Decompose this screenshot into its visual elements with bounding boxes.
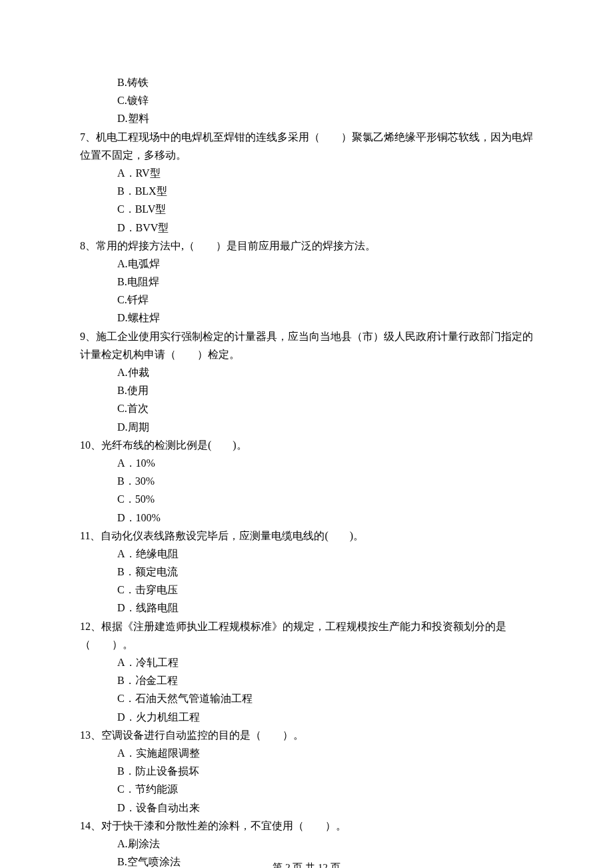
question-8-option-a: A.电弧焊 — [80, 255, 533, 273]
question-10-option-d: D．100% — [80, 509, 533, 527]
question-12-option-d: D．火力机组工程 — [80, 708, 533, 726]
question-12-option-b: B．冶金工程 — [80, 671, 533, 689]
question-8-option-b: B.电阻焊 — [80, 273, 533, 291]
question-10-option-c: C．50% — [80, 490, 533, 508]
question-11-option-c: C．击穿电压 — [80, 581, 533, 599]
question-7-option-b: B．BLX型 — [80, 182, 533, 200]
prev-option-b: B.铸铁 — [80, 73, 533, 91]
question-12-option-a: A．冷轧工程 — [80, 653, 533, 671]
question-9-option-a: A.仲裁 — [80, 363, 533, 381]
prev-option-c: C.镀锌 — [80, 91, 533, 109]
question-12-option-c: C．石油天然气管道输油工程 — [80, 689, 533, 707]
question-11-option-a: A．绝缘电阻 — [80, 545, 533, 563]
question-9-stem: 9、施工企业使用实行强制检定的计量器具，应当向当地县（市）级人民政府计量行政部门… — [80, 327, 533, 363]
question-11-option-b: B．额定电流 — [80, 563, 533, 581]
question-13-stem: 13、空调设备进行自动监控的目的是（ ）。 — [80, 726, 533, 744]
question-10-option-a: A．10% — [80, 454, 533, 472]
prev-option-d: D.塑料 — [80, 109, 533, 127]
question-8-option-d: D.螺柱焊 — [80, 309, 533, 327]
question-8-stem: 8、常用的焊接方法中,（ ）是目前应用最广泛的焊接方法。 — [80, 237, 533, 255]
question-13-option-c: C．节约能源 — [80, 780, 533, 798]
question-13-option-b: B．防止设备损坏 — [80, 762, 533, 780]
page-footer: 第 2 页 共 12 页 — [0, 859, 613, 868]
question-7-stem: 7、机电工程现场中的电焊机至焊钳的连线多采用（ ）聚氯乙烯绝缘平形铜芯软线，因为… — [80, 128, 533, 164]
question-7-option-c: C．BLV型 — [80, 200, 533, 218]
question-11-stem: 11、自动化仪表线路敷设完毕后，应测量电缆电线的( )。 — [80, 527, 533, 545]
question-13-option-d: D．设备自动出来 — [80, 799, 533, 817]
question-10-stem: 10、光纤布线的检测比例是( )。 — [80, 436, 533, 454]
question-13-option-a: A．实施超限调整 — [80, 744, 533, 762]
document-page: B.铸铁 C.镀锌 D.塑料 7、机电工程现场中的电焊机至焊钳的连线多采用（ ）… — [0, 0, 613, 868]
question-9-option-d: D.周期 — [80, 418, 533, 436]
question-11-option-d: D．线路电阻 — [80, 599, 533, 617]
question-14-option-a: A.刷涂法 — [80, 835, 533, 853]
question-7-option-d: D．BVV型 — [80, 219, 533, 237]
question-14-stem: 14、对于快干漆和分散性差的涂料，不宜使用（ ）。 — [80, 817, 533, 835]
question-10-option-b: B．30% — [80, 472, 533, 490]
question-9-option-b: B.使用 — [80, 381, 533, 399]
question-8-option-c: C.钎焊 — [80, 291, 533, 309]
question-9-option-c: C.首次 — [80, 399, 533, 417]
question-7-option-a: A．RV型 — [80, 164, 533, 182]
question-12-stem: 12、根据《注册建造师执业工程规模标准》的规定，工程规模按生产能力和投资额划分的… — [80, 617, 533, 653]
